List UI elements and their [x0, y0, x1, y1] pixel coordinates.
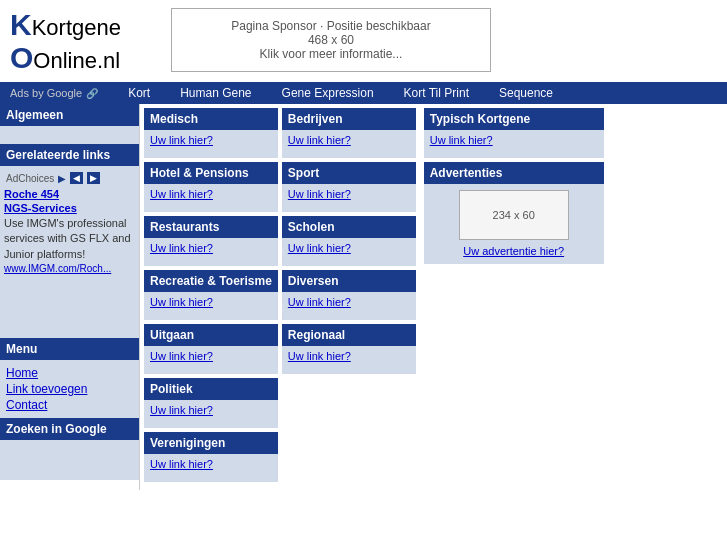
cat-medisch-link: Uw link hier?: [144, 130, 278, 158]
politiek-spacer: [282, 378, 416, 428]
ad-banner: 234 x 60: [459, 190, 569, 240]
cat-politiek: Politiek Uw link hier?: [144, 378, 278, 428]
row-2: Hotel & Pensions Uw link hier? Sport Uw …: [144, 162, 416, 212]
row-5: Uitgaan Uw link hier? Regionaal Uw link …: [144, 324, 416, 374]
recreatie-link[interactable]: Uw link hier?: [150, 296, 213, 308]
sponsor-line2: 468 x 60: [192, 33, 470, 47]
bedrijven-link[interactable]: Uw link hier?: [288, 134, 351, 146]
content-wrap: Medisch Uw link hier? Bedrijven Uw link …: [140, 104, 608, 490]
search-content: [0, 440, 139, 480]
adv-link[interactable]: Uw advertentie hier?: [463, 245, 564, 257]
cat-bedrijven-link: Uw link hier?: [282, 130, 416, 158]
sponsor-box[interactable]: Pagina Sponsor · Positie beschikbaar 468…: [171, 8, 491, 72]
ad-prev-button[interactable]: ◀: [70, 172, 83, 184]
algemeen-content: [0, 126, 139, 144]
cat-uitgaan-link: Uw link hier?: [144, 346, 278, 374]
content-inner: Medisch Uw link hier? Bedrijven Uw link …: [144, 108, 416, 486]
cat-bedrijven-title: Bedrijven: [282, 108, 416, 130]
scholen-link[interactable]: Uw link hier?: [288, 242, 351, 254]
row-3: Restaurants Uw link hier? Scholen Uw lin…: [144, 216, 416, 266]
top-nav: Kort Human Gene Gene Expression Kort Til…: [128, 86, 553, 100]
cat-medisch: Medisch Uw link hier?: [144, 108, 278, 158]
nav-sequence[interactable]: Sequence: [499, 86, 553, 100]
cat-regionaal: Regionaal Uw link hier?: [282, 324, 416, 374]
logo-text1: Kortgene: [32, 15, 121, 40]
regionaal-link[interactable]: Uw link hier?: [288, 350, 351, 362]
verenigingen-link[interactable]: Uw link hier?: [150, 458, 213, 470]
ad-choices-label: AdChoices: [6, 173, 54, 184]
sidebar-ad-text: Use IMGM's professional services with GS…: [4, 216, 135, 262]
diversen-link[interactable]: Uw link hier?: [288, 296, 351, 308]
ads-by-google: Ads by Google 🔗: [10, 87, 98, 99]
cat-restaurants-title: Restaurants: [144, 216, 278, 238]
ad-choices-icon: ▶: [58, 173, 66, 184]
nav-kort[interactable]: Kort: [128, 86, 150, 100]
ads-label: Ads by Google: [10, 87, 82, 99]
menu-home[interactable]: Home: [6, 366, 133, 380]
sidebar: Algemeen Gerelateerde links AdChoices ▶ …: [0, 104, 140, 490]
sidebar-small-link[interactable]: www.IMGM.com/Roch...: [4, 263, 111, 274]
medisch-link[interactable]: Uw link hier?: [150, 134, 213, 146]
row-4: Recreatie & Toerisme Uw link hier? Diver…: [144, 270, 416, 320]
cat-sport: Sport Uw link hier?: [282, 162, 416, 212]
cat-bedrijven: Bedrijven Uw link hier?: [282, 108, 416, 158]
row-7: Verenigingen Uw link hier?: [144, 432, 416, 482]
search-title: Zoeken in Google: [0, 418, 139, 440]
cat-hotel-title: Hotel & Pensions: [144, 162, 278, 184]
row-6: Politiek Uw link hier?: [144, 378, 416, 428]
advertenties-title: Advertenties: [424, 162, 604, 184]
cat-uitgaan: Uitgaan Uw link hier?: [144, 324, 278, 374]
menu-link-toevoegen[interactable]: Link toevoegen: [6, 382, 133, 396]
cat-restaurants-link: Uw link hier?: [144, 238, 278, 266]
cat-scholen-title: Scholen: [282, 216, 416, 238]
sponsor-line3: Klik voor meer informatie...: [192, 47, 470, 61]
ad-next-button[interactable]: ▶: [87, 172, 100, 184]
nav-gene-expression[interactable]: Gene Expression: [282, 86, 374, 100]
menu-contact[interactable]: Contact: [6, 398, 133, 412]
nav-kort-til-print[interactable]: Kort Til Print: [404, 86, 469, 100]
cat-scholen: Scholen Uw link hier?: [282, 216, 416, 266]
sponsor-line1: Pagina Sponsor · Positie beschikbaar: [192, 19, 470, 33]
cat-verenigingen-link: Uw link hier?: [144, 454, 278, 482]
cat-restaurants: Restaurants Uw link hier?: [144, 216, 278, 266]
cat-recreatie: Recreatie & Toerisme Uw link hier?: [144, 270, 278, 320]
cat-diversen-link: Uw link hier?: [282, 292, 416, 320]
cat-verenigingen: Verenigingen Uw link hier?: [144, 432, 278, 482]
cat-regionaal-title: Regionaal: [282, 324, 416, 346]
cat-hotel-link: Uw link hier?: [144, 184, 278, 212]
cat-regionaal-link: Uw link hier?: [282, 346, 416, 374]
cat-politiek-link: Uw link hier?: [144, 400, 278, 428]
cat-recreatie-link: Uw link hier?: [144, 292, 278, 320]
cat-diversen: Diversen Uw link hier?: [282, 270, 416, 320]
uitgaan-link[interactable]: Uw link hier?: [150, 350, 213, 362]
cat-diversen-title: Diversen: [282, 270, 416, 292]
roche-link[interactable]: Roche 454: [4, 188, 135, 200]
related-links-content: AdChoices ▶ ◀ ▶ Roche 454 NGS-Services U…: [0, 166, 139, 278]
cat-uitgaan-title: Uitgaan: [144, 324, 278, 346]
typisch-link: Uw link hier?: [424, 130, 604, 158]
algemeen-title: Algemeen: [0, 104, 139, 126]
logo: KKortgene OOnline.nl: [10, 8, 121, 74]
banner-size-text: 234 x 60: [493, 209, 535, 221]
menu-content: Home Link toevoegen Contact: [0, 360, 139, 418]
advertenties-body: 234 x 60 Uw advertentie hier?: [424, 184, 604, 264]
external-link-icon: 🔗: [86, 88, 98, 99]
logo-line2: OOnline.nl: [10, 41, 121, 74]
logo-text2: Online.nl: [33, 48, 120, 73]
cat-politiek-title: Politiek: [144, 378, 278, 400]
related-links-title: Gerelateerde links: [0, 144, 139, 166]
typisch-kortgene-link[interactable]: Uw link hier?: [430, 134, 493, 146]
nav-human-gene[interactable]: Human Gene: [180, 86, 251, 100]
cat-sport-title: Sport: [282, 162, 416, 184]
cat-hotel: Hotel & Pensions Uw link hier?: [144, 162, 278, 212]
ngs-services-link[interactable]: NGS-Services: [4, 202, 135, 214]
sport-link[interactable]: Uw link hier?: [288, 188, 351, 200]
cat-medisch-title: Medisch: [144, 108, 278, 130]
politiek-link[interactable]: Uw link hier?: [150, 404, 213, 416]
hotel-link[interactable]: Uw link hier?: [150, 188, 213, 200]
restaurants-link[interactable]: Uw link hier?: [150, 242, 213, 254]
cat-recreatie-title: Recreatie & Toerisme: [144, 270, 278, 292]
sidebar-spacer: [0, 278, 139, 338]
menu-title: Menu: [0, 338, 139, 360]
ad-choices-bar: AdChoices ▶ ◀ ▶: [4, 170, 135, 186]
